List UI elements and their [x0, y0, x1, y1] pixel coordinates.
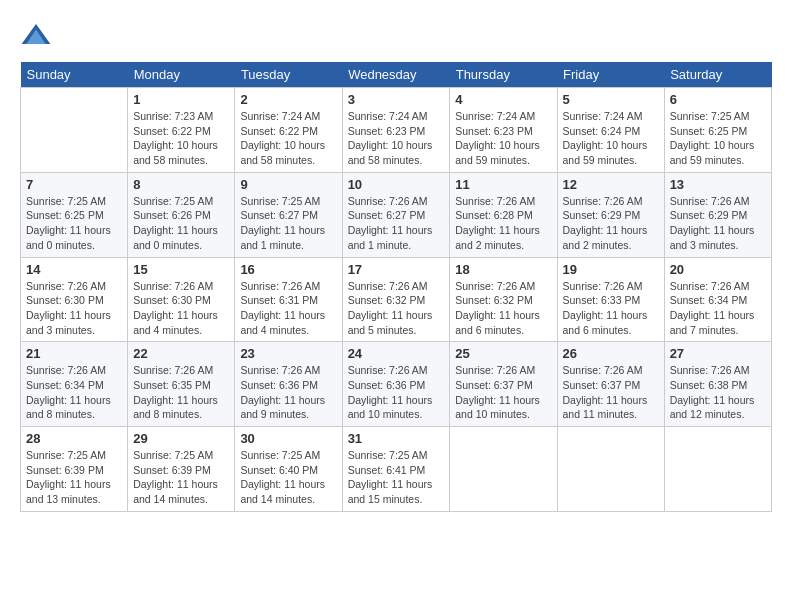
day-info: Sunrise: 7:24 AM Sunset: 6:24 PM Dayligh…	[563, 109, 659, 168]
day-info: Sunrise: 7:25 AM Sunset: 6:26 PM Dayligh…	[133, 194, 229, 253]
day-number: 1	[133, 92, 229, 107]
calendar-cell: 1Sunrise: 7:23 AM Sunset: 6:22 PM Daylig…	[128, 88, 235, 173]
day-number: 17	[348, 262, 445, 277]
day-info: Sunrise: 7:25 AM Sunset: 6:41 PM Dayligh…	[348, 448, 445, 507]
calendar-cell: 13Sunrise: 7:26 AM Sunset: 6:29 PM Dayli…	[664, 172, 771, 257]
logo-icon	[20, 20, 52, 52]
calendar-header-monday: Monday	[128, 62, 235, 88]
calendar-cell: 11Sunrise: 7:26 AM Sunset: 6:28 PM Dayli…	[450, 172, 557, 257]
day-number: 28	[26, 431, 122, 446]
calendar-cell: 10Sunrise: 7:26 AM Sunset: 6:27 PM Dayli…	[342, 172, 450, 257]
day-number: 26	[563, 346, 659, 361]
day-info: Sunrise: 7:26 AM Sunset: 6:36 PM Dayligh…	[348, 363, 445, 422]
day-number: 11	[455, 177, 551, 192]
calendar-week-row: 7Sunrise: 7:25 AM Sunset: 6:25 PM Daylig…	[21, 172, 772, 257]
calendar-cell	[557, 427, 664, 512]
day-number: 22	[133, 346, 229, 361]
day-info: Sunrise: 7:25 AM Sunset: 6:25 PM Dayligh…	[670, 109, 766, 168]
calendar-cell: 23Sunrise: 7:26 AM Sunset: 6:36 PM Dayli…	[235, 342, 342, 427]
calendar-cell: 28Sunrise: 7:25 AM Sunset: 6:39 PM Dayli…	[21, 427, 128, 512]
calendar-week-row: 21Sunrise: 7:26 AM Sunset: 6:34 PM Dayli…	[21, 342, 772, 427]
calendar-cell: 31Sunrise: 7:25 AM Sunset: 6:41 PM Dayli…	[342, 427, 450, 512]
day-info: Sunrise: 7:26 AM Sunset: 6:29 PM Dayligh…	[563, 194, 659, 253]
day-number: 5	[563, 92, 659, 107]
calendar-cell: 12Sunrise: 7:26 AM Sunset: 6:29 PM Dayli…	[557, 172, 664, 257]
calendar-header-saturday: Saturday	[664, 62, 771, 88]
day-info: Sunrise: 7:26 AM Sunset: 6:28 PM Dayligh…	[455, 194, 551, 253]
day-info: Sunrise: 7:26 AM Sunset: 6:34 PM Dayligh…	[670, 279, 766, 338]
day-number: 18	[455, 262, 551, 277]
calendar-cell	[664, 427, 771, 512]
day-number: 10	[348, 177, 445, 192]
calendar-cell: 20Sunrise: 7:26 AM Sunset: 6:34 PM Dayli…	[664, 257, 771, 342]
day-info: Sunrise: 7:26 AM Sunset: 6:32 PM Dayligh…	[455, 279, 551, 338]
calendar-cell: 19Sunrise: 7:26 AM Sunset: 6:33 PM Dayli…	[557, 257, 664, 342]
day-info: Sunrise: 7:24 AM Sunset: 6:23 PM Dayligh…	[455, 109, 551, 168]
day-info: Sunrise: 7:24 AM Sunset: 6:22 PM Dayligh…	[240, 109, 336, 168]
day-info: Sunrise: 7:25 AM Sunset: 6:39 PM Dayligh…	[26, 448, 122, 507]
calendar-cell: 21Sunrise: 7:26 AM Sunset: 6:34 PM Dayli…	[21, 342, 128, 427]
day-number: 6	[670, 92, 766, 107]
day-number: 7	[26, 177, 122, 192]
calendar-cell: 24Sunrise: 7:26 AM Sunset: 6:36 PM Dayli…	[342, 342, 450, 427]
calendar-cell	[21, 88, 128, 173]
day-number: 2	[240, 92, 336, 107]
day-number: 19	[563, 262, 659, 277]
calendar-cell: 29Sunrise: 7:25 AM Sunset: 6:39 PM Dayli…	[128, 427, 235, 512]
calendar-header-tuesday: Tuesday	[235, 62, 342, 88]
calendar-cell: 22Sunrise: 7:26 AM Sunset: 6:35 PM Dayli…	[128, 342, 235, 427]
day-number: 3	[348, 92, 445, 107]
calendar-week-row: 1Sunrise: 7:23 AM Sunset: 6:22 PM Daylig…	[21, 88, 772, 173]
day-info: Sunrise: 7:26 AM Sunset: 6:30 PM Dayligh…	[26, 279, 122, 338]
day-number: 29	[133, 431, 229, 446]
day-info: Sunrise: 7:23 AM Sunset: 6:22 PM Dayligh…	[133, 109, 229, 168]
calendar-table: SundayMondayTuesdayWednesdayThursdayFrid…	[20, 62, 772, 512]
calendar-header-row: SundayMondayTuesdayWednesdayThursdayFrid…	[21, 62, 772, 88]
calendar-week-row: 28Sunrise: 7:25 AM Sunset: 6:39 PM Dayli…	[21, 427, 772, 512]
day-info: Sunrise: 7:26 AM Sunset: 6:34 PM Dayligh…	[26, 363, 122, 422]
calendar-cell	[450, 427, 557, 512]
day-info: Sunrise: 7:26 AM Sunset: 6:35 PM Dayligh…	[133, 363, 229, 422]
calendar-cell: 16Sunrise: 7:26 AM Sunset: 6:31 PM Dayli…	[235, 257, 342, 342]
calendar-cell: 27Sunrise: 7:26 AM Sunset: 6:38 PM Dayli…	[664, 342, 771, 427]
day-info: Sunrise: 7:26 AM Sunset: 6:33 PM Dayligh…	[563, 279, 659, 338]
day-number: 21	[26, 346, 122, 361]
day-info: Sunrise: 7:26 AM Sunset: 6:37 PM Dayligh…	[563, 363, 659, 422]
day-number: 24	[348, 346, 445, 361]
calendar-cell: 3Sunrise: 7:24 AM Sunset: 6:23 PM Daylig…	[342, 88, 450, 173]
logo	[20, 20, 56, 52]
day-number: 15	[133, 262, 229, 277]
calendar-cell: 17Sunrise: 7:26 AM Sunset: 6:32 PM Dayli…	[342, 257, 450, 342]
calendar-cell: 4Sunrise: 7:24 AM Sunset: 6:23 PM Daylig…	[450, 88, 557, 173]
day-number: 31	[348, 431, 445, 446]
day-number: 12	[563, 177, 659, 192]
day-info: Sunrise: 7:25 AM Sunset: 6:27 PM Dayligh…	[240, 194, 336, 253]
calendar-cell: 7Sunrise: 7:25 AM Sunset: 6:25 PM Daylig…	[21, 172, 128, 257]
day-info: Sunrise: 7:26 AM Sunset: 6:31 PM Dayligh…	[240, 279, 336, 338]
calendar-header-friday: Friday	[557, 62, 664, 88]
day-number: 16	[240, 262, 336, 277]
day-info: Sunrise: 7:26 AM Sunset: 6:32 PM Dayligh…	[348, 279, 445, 338]
day-number: 30	[240, 431, 336, 446]
calendar-cell: 9Sunrise: 7:25 AM Sunset: 6:27 PM Daylig…	[235, 172, 342, 257]
calendar-cell: 26Sunrise: 7:26 AM Sunset: 6:37 PM Dayli…	[557, 342, 664, 427]
calendar-cell: 15Sunrise: 7:26 AM Sunset: 6:30 PM Dayli…	[128, 257, 235, 342]
day-number: 13	[670, 177, 766, 192]
day-number: 9	[240, 177, 336, 192]
calendar-header-thursday: Thursday	[450, 62, 557, 88]
day-info: Sunrise: 7:26 AM Sunset: 6:30 PM Dayligh…	[133, 279, 229, 338]
day-info: Sunrise: 7:25 AM Sunset: 6:40 PM Dayligh…	[240, 448, 336, 507]
day-info: Sunrise: 7:26 AM Sunset: 6:29 PM Dayligh…	[670, 194, 766, 253]
day-info: Sunrise: 7:26 AM Sunset: 6:37 PM Dayligh…	[455, 363, 551, 422]
day-number: 20	[670, 262, 766, 277]
day-info: Sunrise: 7:25 AM Sunset: 6:39 PM Dayligh…	[133, 448, 229, 507]
day-info: Sunrise: 7:26 AM Sunset: 6:36 PM Dayligh…	[240, 363, 336, 422]
day-number: 4	[455, 92, 551, 107]
calendar-week-row: 14Sunrise: 7:26 AM Sunset: 6:30 PM Dayli…	[21, 257, 772, 342]
calendar-cell: 25Sunrise: 7:26 AM Sunset: 6:37 PM Dayli…	[450, 342, 557, 427]
day-number: 25	[455, 346, 551, 361]
calendar-cell: 5Sunrise: 7:24 AM Sunset: 6:24 PM Daylig…	[557, 88, 664, 173]
calendar-cell: 18Sunrise: 7:26 AM Sunset: 6:32 PM Dayli…	[450, 257, 557, 342]
calendar-cell: 14Sunrise: 7:26 AM Sunset: 6:30 PM Dayli…	[21, 257, 128, 342]
day-number: 27	[670, 346, 766, 361]
